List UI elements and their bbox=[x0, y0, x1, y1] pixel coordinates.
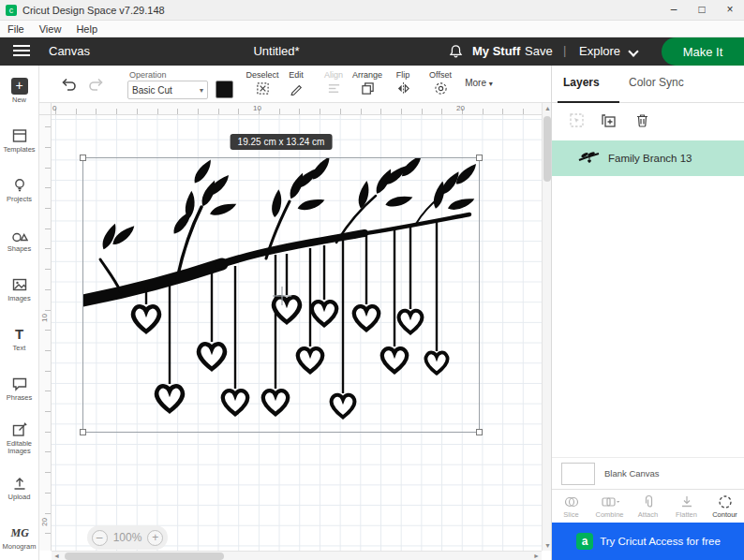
vertical-scroll-thumb[interactable] bbox=[543, 116, 551, 182]
sidebar-item-text[interactable]: T Text bbox=[0, 314, 38, 363]
templates-icon bbox=[11, 127, 28, 144]
upload-arrow-icon bbox=[11, 475, 28, 492]
caret-down-icon: ▾ bbox=[200, 86, 203, 95]
app-header: Canvas Untitled* My Stuff Save | Explore bbox=[0, 37, 744, 66]
ruler-mark: 10 bbox=[40, 314, 49, 322]
edit-toolbar: Operation Basic Cut ▾ Deselect Edit Alig… bbox=[39, 66, 551, 103]
horizontal-scroll-thumb[interactable] bbox=[65, 553, 224, 560]
horizontal-ruler: 0 10 20 bbox=[52, 103, 542, 115]
titlebar: c Cricut Design Space v7.29.148 – □ × bbox=[0, 0, 744, 21]
close-icon[interactable]: × bbox=[716, 0, 744, 21]
operation-label: Operation bbox=[129, 70, 167, 80]
banner-text: Try Cricut Access for free bbox=[600, 536, 721, 547]
new-plus-icon: + bbox=[11, 78, 28, 95]
flip-button[interactable]: Flip bbox=[382, 70, 424, 96]
scroll-left-icon[interactable]: ◄ bbox=[53, 553, 60, 559]
layer-item-family-branch[interactable]: Family Branch 13 bbox=[552, 140, 744, 176]
hearts bbox=[133, 297, 447, 417]
scroll-down-icon[interactable]: ▼ bbox=[544, 542, 551, 549]
ruler-mark: 20 bbox=[40, 518, 49, 526]
undo-icon[interactable] bbox=[60, 76, 77, 93]
ruler-mark: 20 bbox=[456, 104, 465, 112]
tab-color-sync[interactable]: Color Sync bbox=[629, 76, 684, 89]
left-sidebar: + New Templates Projects Shapes Images T… bbox=[0, 66, 39, 560]
layer-tools-row: Slice Combine Attach Flatten Contour bbox=[552, 489, 744, 523]
sidebar-item-monogram[interactable]: MG Monogram bbox=[0, 512, 38, 560]
sidebar-item-upload[interactable]: Upload bbox=[0, 463, 38, 512]
redo-icon[interactable] bbox=[88, 76, 105, 93]
size-label: 19.25 cm x 13.24 cm bbox=[231, 134, 333, 150]
flatten-icon bbox=[679, 494, 694, 509]
flatten-button[interactable]: Flatten bbox=[667, 490, 706, 523]
save-button[interactable]: Save bbox=[525, 44, 553, 58]
layer-name: Family Branch 13 bbox=[608, 153, 692, 164]
sidebar-item-editable-images[interactable]: Editable Images bbox=[0, 413, 38, 463]
vertical-scrollbar[interactable]: ▲ ▼ bbox=[542, 103, 551, 551]
sidebar-item-shapes[interactable]: Shapes bbox=[0, 214, 38, 264]
edit-button[interactable]: Edit bbox=[275, 70, 317, 96]
delete-trash-icon[interactable] bbox=[634, 112, 650, 128]
duplicate-icon[interactable] bbox=[601, 112, 617, 128]
zoom-level: 100% bbox=[113, 531, 142, 544]
slice-icon bbox=[564, 494, 579, 509]
phrases-speech-bubble-icon bbox=[11, 376, 28, 392]
menu-file[interactable]: File bbox=[0, 23, 32, 35]
caret-down-icon: ▾ bbox=[489, 80, 493, 88]
family-branch-design[interactable] bbox=[83, 158, 481, 434]
maximize-icon[interactable]: □ bbox=[688, 0, 716, 21]
attach-button[interactable]: Attach bbox=[629, 490, 667, 523]
canvas-viewport[interactable]: 0 10 20 10 20 19.25 cm x 13.24 cm bbox=[39, 103, 551, 560]
color-swatch[interactable] bbox=[216, 81, 233, 98]
cricut-access-banner[interactable]: a Try Cricut Access for free bbox=[552, 523, 744, 560]
editable-images-pencil-icon bbox=[11, 421, 28, 438]
canvas-label[interactable]: Canvas bbox=[49, 44, 90, 58]
hamburger-menu-icon[interactable] bbox=[13, 45, 30, 58]
slice-button[interactable]: Slice bbox=[552, 490, 590, 523]
minimize-icon[interactable]: – bbox=[660, 0, 688, 21]
combine-icon bbox=[601, 494, 619, 509]
app-title: Cricut Design Space v7.29.148 bbox=[22, 5, 165, 16]
scroll-up-icon[interactable]: ▲ bbox=[544, 105, 551, 111]
combine-button[interactable]: Combine bbox=[590, 490, 629, 523]
ruler-corner bbox=[39, 103, 52, 115]
monogram-icon: MG bbox=[11, 524, 28, 541]
contour-button[interactable]: Contour bbox=[706, 490, 744, 523]
layer-thumbnail-branch-icon bbox=[578, 151, 601, 166]
app-window: c Cricut Design Space v7.29.148 – □ × Fi… bbox=[0, 0, 744, 560]
scroll-right-icon[interactable]: ► bbox=[533, 553, 540, 559]
zoom-out-button[interactable]: – bbox=[92, 530, 108, 546]
zoom-in-button[interactable]: + bbox=[147, 530, 163, 546]
sidebar-item-phrases[interactable]: Phrases bbox=[0, 363, 38, 413]
vertical-ruler: 10 20 bbox=[39, 115, 52, 551]
menu-view[interactable]: View bbox=[32, 23, 69, 35]
my-stuff-link[interactable]: My Stuff bbox=[472, 44, 520, 58]
horizontal-scrollbar[interactable]: ◄ ► bbox=[52, 551, 542, 560]
select-all-icon[interactable] bbox=[569, 112, 585, 128]
images-icon bbox=[11, 276, 28, 293]
attach-paperclip-icon bbox=[641, 494, 656, 509]
sidebar-item-new[interactable]: + New bbox=[0, 66, 38, 115]
edit-pencil-icon bbox=[290, 81, 304, 96]
sidebar-item-templates[interactable]: Templates bbox=[0, 115, 38, 165]
explore-menu[interactable]: Explore bbox=[579, 44, 620, 58]
sidebar-item-images[interactable]: Images bbox=[0, 264, 38, 314]
more-button[interactable]: More ▾ bbox=[455, 78, 502, 88]
deselect-icon bbox=[256, 81, 270, 96]
offset-icon bbox=[434, 81, 448, 96]
menu-help[interactable]: Help bbox=[68, 23, 105, 35]
shapes-icon bbox=[11, 227, 28, 243]
notifications-bell-icon[interactable] bbox=[448, 43, 464, 64]
canvas-grid[interactable]: 19.25 cm x 13.24 cm bbox=[52, 115, 542, 551]
layer-actions-bar bbox=[552, 103, 744, 139]
align-icon bbox=[327, 81, 341, 96]
blank-canvas-swatch[interactable] bbox=[561, 463, 595, 485]
document-title[interactable]: Untitled* bbox=[225, 44, 328, 58]
make-it-button[interactable]: Make It bbox=[662, 37, 744, 66]
blank-canvas-row[interactable]: Blank Canvas bbox=[552, 457, 744, 489]
menubar: File View Help bbox=[0, 21, 744, 37]
tab-layers[interactable]: Layers bbox=[563, 76, 600, 97]
sidebar-item-projects[interactable]: Projects bbox=[0, 165, 38, 214]
selection-bounding-box[interactable]: 19.25 cm x 13.24 cm bbox=[82, 157, 480, 433]
operation-select[interactable]: Basic Cut ▾ bbox=[127, 81, 208, 99]
cricut-logo-icon: c bbox=[6, 5, 17, 16]
